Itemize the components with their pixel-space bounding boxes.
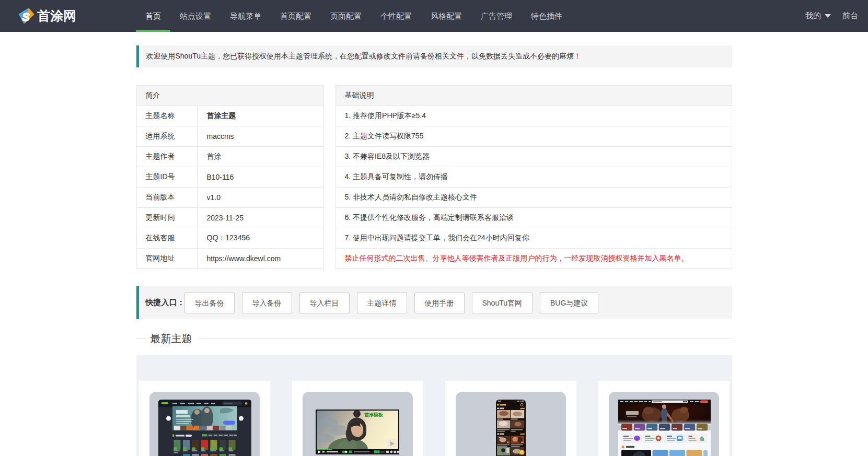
svg-text:首涂模板: 首涂模板: [364, 412, 384, 417]
svg-text:S: S: [22, 10, 30, 24]
